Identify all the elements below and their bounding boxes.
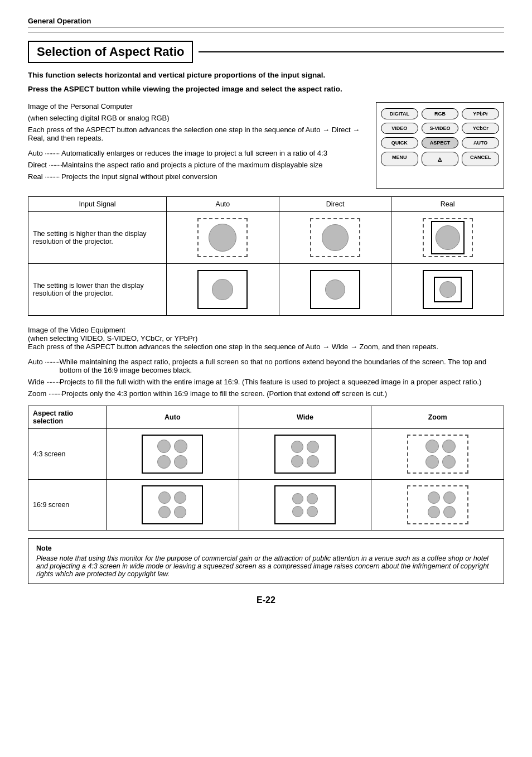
computer-para1: Image of the Personal Computer xyxy=(28,102,365,110)
term-vzoom: Zoom ········· xyxy=(28,389,61,398)
row1-real-diag xyxy=(391,212,504,264)
term-vauto: Auto ·········· xyxy=(28,358,59,374)
remote-btn-quick: QUICK xyxy=(381,137,418,148)
video-para3: Each press of the ASPECT button advances… xyxy=(28,343,504,351)
video-aspect-table: Aspect ratio selection Auto Wide Zoom 4:… xyxy=(28,406,504,531)
term-vwide: Wide ········· xyxy=(28,378,60,386)
vrow2-zoom xyxy=(371,480,504,531)
vrow1-wide xyxy=(239,429,371,480)
def-auto: Automatically enlarges or reduces the im… xyxy=(61,149,365,157)
term-direct: Direct ········· xyxy=(28,161,62,169)
remote-btn-rgb: RGB xyxy=(422,108,459,119)
def-vzoom: Projects only the 4:3 portion within 16:… xyxy=(61,389,504,398)
remote-btn-auto: AUTO xyxy=(462,137,499,148)
table-row: 4:3 screen xyxy=(28,429,504,480)
intro-line1: This function selects horizontal and ver… xyxy=(28,71,504,79)
row2-direct-diag xyxy=(279,264,391,316)
row2-real-diag xyxy=(391,264,504,316)
def-vauto: While maintaining the aspect ratio, proj… xyxy=(59,358,504,374)
vcol-zoom: Zoom xyxy=(371,406,504,429)
computer-aspect-table: Input Signal Auto Direct Real The settin… xyxy=(28,196,504,316)
computer-para2: (when selecting digital RGB or analog RG… xyxy=(28,114,365,122)
table-row: The setting is lower than the display re… xyxy=(28,264,504,316)
table-col-real: Real xyxy=(391,197,504,212)
page-title: Selection of Aspect Ratio xyxy=(28,41,193,63)
remote-btn-ypbpr: YPbPr xyxy=(462,108,499,119)
vrow1-auto xyxy=(107,429,239,480)
video-para1: Image of the Video Equipment xyxy=(28,326,504,334)
remote-btn-aspect: ASPECT xyxy=(422,137,459,148)
remote-btn-cancel: CANCEL xyxy=(462,152,499,166)
row1-direct-diag xyxy=(279,212,391,264)
row1-label: The setting is higher than the display r… xyxy=(28,212,167,264)
intro-line2: Press the ASPECT button while viewing th… xyxy=(28,85,504,93)
vrow1-zoom xyxy=(371,429,504,480)
page-number: E-22 xyxy=(28,595,504,605)
vcol-aspect: Aspect ratio selection xyxy=(28,406,107,429)
vcol-wide: Wide xyxy=(239,406,371,429)
row2-auto-diag xyxy=(167,264,279,316)
note-box: Note Please note that using this monitor… xyxy=(28,538,504,584)
table-col-signal: Input Signal xyxy=(28,197,167,212)
remote-btn-digital: DIGITAL xyxy=(381,108,418,119)
remote-btn-menu: MENU xyxy=(381,152,418,166)
vrow1-label: 4:3 screen xyxy=(28,429,107,480)
row2-label: The setting is lower than the display re… xyxy=(28,264,167,316)
vrow2-label: 16:9 screen xyxy=(28,480,107,531)
remote-diagram: DIGITAL RGB YPbPr VIDEO S-VIDEO YCbCr QU… xyxy=(376,102,504,189)
remote-btn-ycbcr: YCbCr xyxy=(462,123,499,134)
def-real: Projects the input signal without pixel … xyxy=(61,172,365,181)
note-title: Note xyxy=(36,544,496,552)
vcol-auto: Auto xyxy=(107,406,239,429)
table-col-direct: Direct xyxy=(279,197,391,212)
table-col-auto: Auto xyxy=(167,197,279,212)
section-header: General Operation xyxy=(28,17,504,28)
note-text: Please note that using this monitor for … xyxy=(36,555,496,578)
def-direct: Maintains the aspect ratio and projects … xyxy=(62,161,365,169)
computer-para3: Each press of the ASPECT button advances… xyxy=(28,126,365,142)
remote-btn-up: ▵ xyxy=(422,152,459,166)
def-vwide: Projects to fill the full width with the… xyxy=(60,378,504,386)
table-row: The setting is higher than the display r… xyxy=(28,212,504,264)
table-row: 16:9 screen xyxy=(28,480,504,531)
term-real: Real ·········· xyxy=(28,172,61,181)
vrow2-auto xyxy=(107,480,239,531)
term-auto: Auto ·········· xyxy=(28,149,61,157)
remote-btn-svideo: S-VIDEO xyxy=(422,123,459,134)
row1-auto-diag xyxy=(167,212,279,264)
video-para2: (when selecting VIDEO, S-VIDEO, YCbCr, o… xyxy=(28,334,504,343)
vrow2-wide xyxy=(239,480,371,531)
remote-btn-video: VIDEO xyxy=(381,123,418,134)
